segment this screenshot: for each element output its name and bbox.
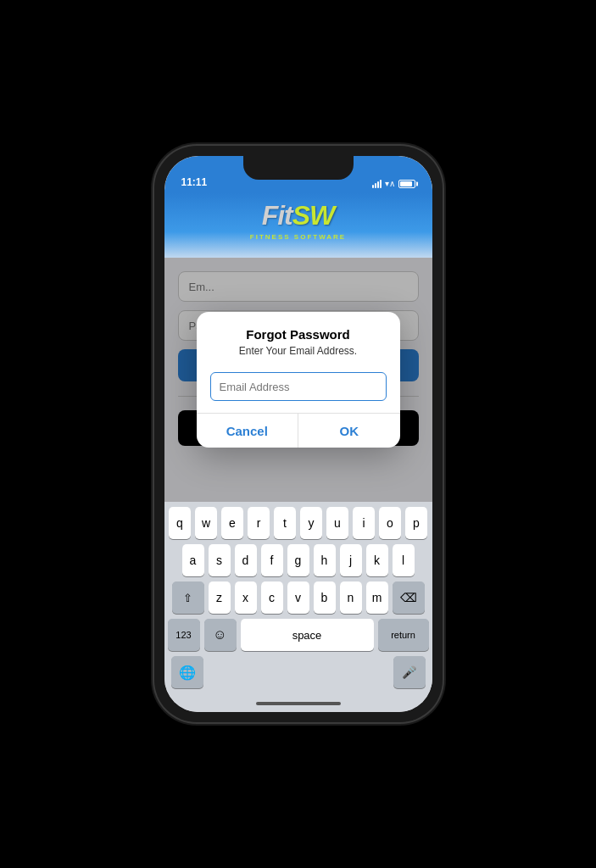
key-x[interactable]: x xyxy=(235,581,257,614)
status-icons: ▾∧ xyxy=(372,179,415,188)
modal-title: Forgot Password xyxy=(214,327,383,342)
key-s[interactable]: s xyxy=(209,544,231,576)
globe-icon: 🌐 xyxy=(179,665,196,681)
key-j[interactable]: j xyxy=(340,544,362,576)
key-h[interactable]: h xyxy=(314,544,336,576)
logo-fit: Fit xyxy=(262,200,292,231)
emoji-key[interactable]: ☺ xyxy=(204,619,237,651)
modal-input-container xyxy=(197,364,400,413)
key-o[interactable]: o xyxy=(379,507,401,539)
battery-icon xyxy=(398,180,415,188)
logo-sw: SW xyxy=(292,200,335,231)
wifi-icon: ▾∧ xyxy=(385,179,395,188)
signal-icon xyxy=(372,180,382,188)
keyboard-row-1: q w e r t y u i o p xyxy=(168,507,429,539)
modal-header: Forgot Password Enter Your Email Address… xyxy=(197,312,400,364)
key-g[interactable]: g xyxy=(287,544,309,576)
status-time: 11:11 xyxy=(181,176,208,188)
shift-key[interactable]: ⇧ xyxy=(172,581,204,614)
app-header: FitSW FITNESS SOFTWARE xyxy=(164,193,432,258)
shift-icon: ⇧ xyxy=(183,592,192,604)
logo-container: FitSW FITNESS SOFTWARE xyxy=(250,200,346,241)
bottom-bar xyxy=(164,695,432,712)
keyboard-row-2: a s d f g h j k l xyxy=(168,544,429,576)
space-key[interactable]: space xyxy=(241,619,374,651)
key-u[interactable]: u xyxy=(326,507,348,539)
key-z[interactable]: z xyxy=(209,581,231,614)
delete-icon: ⌫ xyxy=(400,591,417,604)
keyboard-row-4: 123 ☺ space return xyxy=(168,619,429,651)
app-content: Log In or Sign in with Apple Forgot Pass… xyxy=(164,258,432,502)
key-t[interactable]: t xyxy=(274,507,296,539)
logo-subtitle: FITNESS SOFTWARE xyxy=(250,233,346,241)
mic-key[interactable]: 🎤 xyxy=(393,656,426,688)
phone-frame: 11:11 ▾∧ FitSW FITNESS SOFTWARE xyxy=(154,146,443,722)
key-l[interactable]: l xyxy=(393,544,415,576)
home-indicator xyxy=(256,702,341,705)
key-n[interactable]: n xyxy=(340,581,362,614)
logo-text: FitSW xyxy=(262,200,335,231)
key-v[interactable]: v xyxy=(287,581,309,614)
keyboard-row-3: ⇧ z x c v b n m ⌫ xyxy=(168,581,429,614)
key-y[interactable]: y xyxy=(300,507,322,539)
key-r[interactable]: r xyxy=(248,507,270,539)
key-w[interactable]: w xyxy=(195,507,217,539)
notch xyxy=(243,156,354,180)
modal-email-input[interactable] xyxy=(210,372,387,401)
emoji-icon: ☺ xyxy=(213,627,226,643)
ok-button[interactable]: OK xyxy=(298,414,400,448)
keyboard: q w e r t y u i o p a s d f g h j k xyxy=(164,502,432,695)
key-i[interactable]: i xyxy=(353,507,375,539)
key-p[interactable]: p xyxy=(405,507,427,539)
phone-screen: 11:11 ▾∧ FitSW FITNESS SOFTWARE xyxy=(164,156,432,712)
mic-icon: 🎤 xyxy=(402,665,416,679)
key-e[interactable]: e xyxy=(221,507,243,539)
key-k[interactable]: k xyxy=(366,544,388,576)
key-b[interactable]: b xyxy=(314,581,336,614)
return-key[interactable]: return xyxy=(378,619,429,651)
key-f[interactable]: f xyxy=(261,544,283,576)
key-d[interactable]: d xyxy=(235,544,257,576)
modal-overlay: Forgot Password Enter Your Email Address… xyxy=(164,258,432,502)
globe-key[interactable]: 🌐 xyxy=(171,656,203,688)
key-a[interactable]: a xyxy=(182,544,204,576)
key-c[interactable]: c xyxy=(261,581,283,614)
key-q[interactable]: q xyxy=(169,507,191,539)
modal-subtitle: Enter Your Email Address. xyxy=(214,345,383,357)
numbers-key[interactable]: 123 xyxy=(168,619,200,651)
cancel-button[interactable]: Cancel xyxy=(197,414,299,448)
delete-key[interactable]: ⌫ xyxy=(393,581,425,614)
key-m[interactable]: m xyxy=(366,581,388,614)
keyboard-row-5: 🌐 🎤 xyxy=(168,656,429,688)
modal-dialog: Forgot Password Enter Your Email Address… xyxy=(197,312,400,448)
modal-buttons: Cancel OK xyxy=(197,413,400,448)
